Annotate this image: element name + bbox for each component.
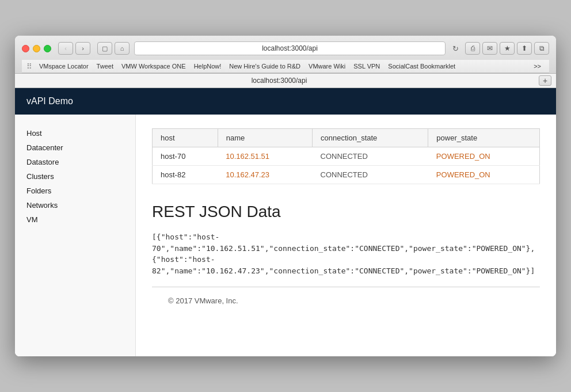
bookmark-vmware-wiki[interactable]: VMware Wiki xyxy=(305,62,349,71)
cell-host: host-70 xyxy=(153,147,218,166)
cell-power-state: POWERED_ON xyxy=(428,166,540,184)
bookmark-new-hire[interactable]: New Hire's Guide to R&D xyxy=(226,62,304,71)
table-header-row: host name connection_state power_state xyxy=(153,129,540,147)
col-name: name xyxy=(218,129,312,147)
sidebar-item-datastore[interactable]: Datastore xyxy=(15,155,135,169)
new-tab-button[interactable]: + xyxy=(539,75,551,86)
footer: © 2017 VMware, Inc. xyxy=(152,287,540,314)
nav-buttons: ‹ › xyxy=(58,42,90,55)
bookmarks-bar: ⠿ VMspace Locator Tweet VMW Workspace ON… xyxy=(22,60,549,73)
cell-name[interactable]: 10.162.51.51 xyxy=(218,147,312,166)
print-button[interactable]: ⎙ xyxy=(465,42,480,55)
cell-power-state: POWERED_ON xyxy=(428,147,540,166)
cell-host: host-82 xyxy=(153,166,218,184)
close-button[interactable] xyxy=(22,45,29,52)
copyright-text: © 2017 VMware, Inc. xyxy=(168,296,238,305)
sidebar-item-vm[interactable]: VM xyxy=(15,212,135,227)
app-content: vAPI Demo Host Datacenter Datastore Clus… xyxy=(15,88,556,356)
home-icon[interactable]: ⌂ xyxy=(115,42,130,55)
sidebar-item-networks[interactable]: Networks xyxy=(15,198,135,212)
minimize-button[interactable] xyxy=(33,45,40,52)
json-section: REST JSON Data [{"host":"host-70","name"… xyxy=(152,203,540,287)
back-button[interactable]: ‹ xyxy=(58,42,73,55)
bookmark-vmw-workspace[interactable]: VMW Workspace ONE xyxy=(118,62,189,71)
json-content: [{"host":"host-70","name":"10.162.51.51"… xyxy=(152,231,540,287)
page-icons: ▢ ⌂ xyxy=(97,42,130,55)
main-layout: Host Datacenter Datastore Clusters Folde… xyxy=(15,115,556,356)
bookmark-socialcast[interactable]: SocialCast Bookmarklet xyxy=(385,62,459,71)
cell-connection-state: CONNECTED xyxy=(313,166,428,184)
sidebar: Host Datacenter Datastore Clusters Folde… xyxy=(15,115,136,356)
data-table: host name connection_state power_state h… xyxy=(152,128,540,184)
sidebar-item-folders[interactable]: Folders xyxy=(15,184,135,198)
second-url-text: localhost:3000/api xyxy=(20,77,539,85)
bookmark-vmspace[interactable]: VMspace Locator xyxy=(36,62,92,71)
bookmarks-grid-icon[interactable]: ⠿ xyxy=(26,62,32,71)
window-button[interactable]: ⧉ xyxy=(534,42,549,55)
bookmark-tweet[interactable]: Tweet xyxy=(93,62,117,71)
address-bar[interactable]: localhost:3000/api xyxy=(134,41,446,55)
cell-connection-state: CONNECTED xyxy=(313,147,428,166)
title-bar: ‹ › ▢ ⌂ localhost:3000/api ↻ ⎙ ✉ ★ ⬆ xyxy=(15,36,556,74)
bookmarks-more-button[interactable]: >> xyxy=(530,62,545,71)
mail-button[interactable]: ✉ xyxy=(482,42,497,55)
bookmark-ssl-vpn[interactable]: SSL VPN xyxy=(350,62,383,71)
second-address-bar: localhost:3000/api + xyxy=(15,74,556,88)
col-power-state: power_state xyxy=(428,129,540,147)
content-area: host name connection_state power_state h… xyxy=(136,115,556,356)
bookmark-helpnow[interactable]: HelpNow! xyxy=(191,62,225,71)
col-host: host xyxy=(153,129,218,147)
browser-window: ‹ › ▢ ⌂ localhost:3000/api ↻ ⎙ ✉ ★ ⬆ xyxy=(15,36,556,356)
sidebar-item-datacenter[interactable]: Datacenter xyxy=(15,140,135,155)
traffic-lights xyxy=(22,45,51,52)
bookmark-button[interactable]: ★ xyxy=(500,42,515,55)
json-section-title: REST JSON Data xyxy=(152,203,540,221)
col-connection-state: connection_state xyxy=(313,129,428,147)
maximize-button[interactable] xyxy=(44,45,51,52)
cell-name[interactable]: 10.162.47.23 xyxy=(218,166,312,184)
sidebar-item-host[interactable]: Host xyxy=(15,126,135,140)
reader-icon[interactable]: ▢ xyxy=(97,42,112,55)
forward-button[interactable]: › xyxy=(75,42,90,55)
url-text: localhost:3000/api xyxy=(262,44,318,52)
sidebar-item-clusters[interactable]: Clusters xyxy=(15,169,135,184)
app-title: vAPI Demo xyxy=(26,96,73,106)
table-row: host-8210.162.47.23CONNECTEDPOWERED_ON xyxy=(153,166,540,184)
table-row: host-7010.162.51.51CONNECTEDPOWERED_ON xyxy=(153,147,540,166)
address-bar-row: localhost:3000/api ↻ xyxy=(134,41,462,55)
share-button[interactable]: ⬆ xyxy=(517,42,532,55)
browser-action-buttons: ⎙ ✉ ★ ⬆ ⧉ xyxy=(465,42,549,55)
reload-button[interactable]: ↻ xyxy=(449,42,462,55)
app-header: vAPI Demo xyxy=(15,88,556,115)
